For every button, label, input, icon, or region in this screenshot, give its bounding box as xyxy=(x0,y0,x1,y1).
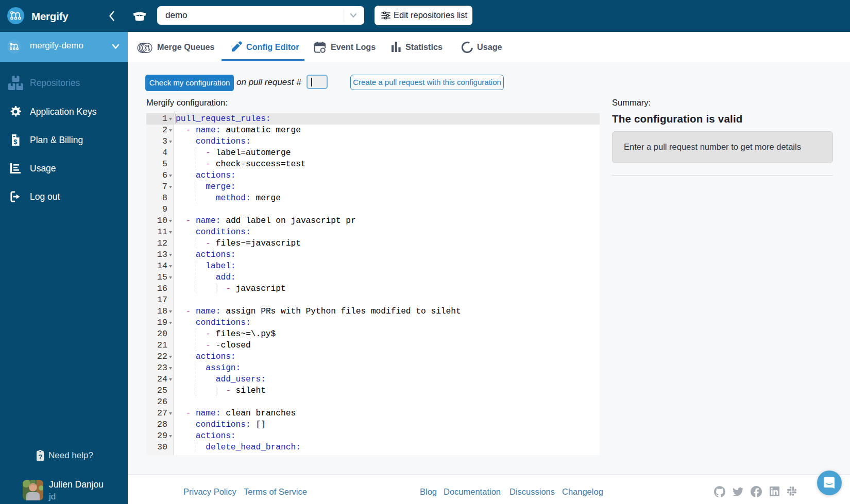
svg-text:$: $ xyxy=(13,138,18,146)
svg-text:?: ? xyxy=(38,453,42,461)
